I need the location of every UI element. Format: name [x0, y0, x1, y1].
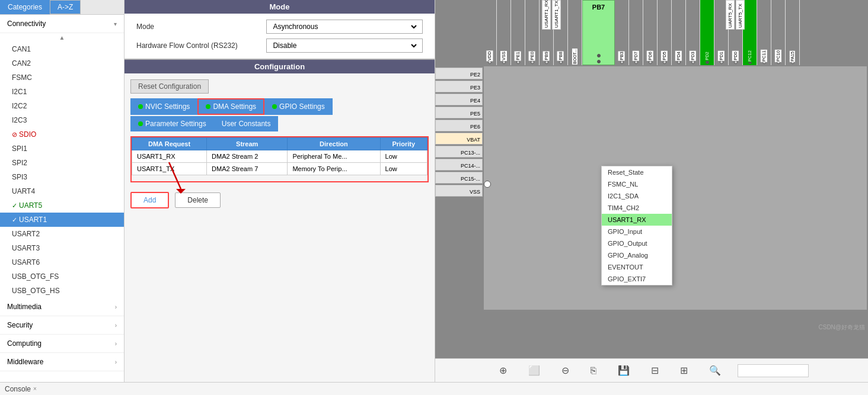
category-middleware[interactable]: Middleware › — [0, 353, 124, 371]
pin-pd7[interactable]: PD7 — [629, 0, 643, 65]
pin-pd5[interactable]: PD5 — [658, 0, 672, 65]
hardware-flow-label: Hardware Flow Control (RS232) — [136, 41, 260, 50]
sidebar-item-i2c3[interactable]: I2C3 — [0, 113, 124, 127]
menu-item-gpio-analog[interactable]: GPIO_Analog — [602, 249, 672, 261]
sidebar-item-can1[interactable]: CAN1 — [0, 42, 124, 56]
menu-item-usart1-rx[interactable]: USART1_RX — [602, 214, 672, 226]
pin-pe3-label[interactable]: PE3 — [435, 81, 483, 92]
pin-pd2[interactable]: PD2 — [700, 0, 714, 65]
param-tab-label: Parameter Settings — [145, 120, 206, 128]
uart5-vert-labels: UART5_RX UART5_TX — [726, 0, 745, 30]
menu-item-fsmc-nl[interactable]: FSMC_NL — [602, 178, 672, 190]
pin-pc10[interactable]: PC10 — [771, 0, 786, 65]
radio-button-chip[interactable] — [484, 181, 491, 188]
sidebar-item-usb-otg-hs[interactable]: USB_OTG_HS — [0, 284, 124, 298]
pin-pe2-label[interactable]: PE2 — [435, 68, 483, 79]
sidebar-item-spi3[interactable]: SPI3 — [0, 170, 124, 184]
sidebar-item-fsmc[interactable]: FSMC — [0, 70, 124, 85]
pin-pe1[interactable]: PE1 — [511, 0, 525, 65]
sidebar-item-usart1[interactable]: ✓ USART1 — [0, 213, 124, 227]
menu-item-gpio-output[interactable]: GPIO_Output — [602, 237, 672, 249]
pin-pe5-label[interactable]: PE5 — [435, 107, 483, 118]
pin-pb7[interactable]: PB7 — [582, 0, 615, 65]
hardware-flow-select[interactable]: Disable — [270, 41, 419, 50]
pin-boot[interactable]: BOOT... — [568, 0, 582, 65]
pin-pc12[interactable]: PC12 — [743, 0, 757, 65]
chip-search-input[interactable] — [738, 364, 809, 377]
sidebar-item-spi2[interactable]: SPI2 — [0, 156, 124, 170]
pin-vbat-label[interactable]: VBAT — [435, 133, 483, 144]
tab-user-constants[interactable]: User Constants — [214, 116, 279, 131]
tab-nvic-settings[interactable]: NVIC Settings — [130, 98, 197, 115]
tab-dma-settings[interactable]: DMA Settings — [197, 98, 264, 115]
sidebar-item-can2[interactable]: CAN2 — [0, 56, 124, 70]
save-button[interactable]: 💾 — [613, 362, 634, 378]
category-security-label: Security — [7, 321, 33, 329]
pin-pc13-label[interactable]: PC13-... — [435, 146, 483, 158]
pin-pe0-dot — [531, 60, 534, 64]
sidebar-item-usb-otg-fs[interactable]: USB_OTG_FS — [0, 269, 124, 284]
svg-line-0 — [169, 162, 181, 189]
uart5-ok-icon: ✓ — [12, 202, 17, 210]
pin-pe0-label: PE0 — [529, 51, 535, 60]
console-tab[interactable]: Console × — [5, 385, 37, 393]
category-security[interactable]: Security › — [0, 316, 124, 335]
category-connectivity[interactable]: Connectivity ▾ — [0, 15, 124, 33]
menu-item-tim4-ch2[interactable]: TIM4_CH2 — [602, 202, 672, 214]
col-dma-request: DMA Request — [132, 138, 207, 150]
sidebar-item-usart6[interactable]: USART6 — [0, 255, 124, 269]
context-menu: Reset_State FSMC_NL I2C1_SDA TIM4_CH2 US… — [601, 166, 672, 285]
fit-button[interactable]: ⬜ — [524, 362, 545, 378]
tab-gpio-settings[interactable]: GPIO Settings — [264, 98, 333, 115]
search-chip-button[interactable]: 🔍 — [704, 362, 726, 378]
pin-pb3[interactable]: PB3 — [615, 0, 629, 65]
pin-pc10-label: PC10 — [775, 50, 781, 62]
pin-pe4-label[interactable]: PE4 — [435, 94, 483, 105]
menu-item-i2c1-sda[interactable]: I2C1_SDA — [602, 190, 672, 202]
col-stream: Stream — [207, 138, 288, 150]
pin-pe6-label[interactable]: PE6 — [435, 120, 483, 131]
split-button[interactable]: ⊟ — [646, 362, 663, 378]
pin-pc11[interactable]: PC11 — [757, 0, 771, 65]
category-multimedia[interactable]: Multimedia › — [0, 298, 124, 316]
pin-pc15-label[interactable]: PC15-... — [435, 172, 483, 184]
sidebar-item-i2c1[interactable]: I2C1 — [0, 85, 124, 99]
pin-pe0[interactable]: PE0 — [525, 0, 540, 65]
category-computing[interactable]: Computing › — [0, 335, 124, 353]
reset-config-button[interactable]: Reset Configuration — [130, 79, 209, 94]
sidebar-item-i2c2[interactable]: I2C2 — [0, 99, 124, 113]
console-close-icon[interactable]: × — [33, 386, 37, 392]
pin-pb8-dot — [559, 60, 563, 64]
mode-select[interactable]: Asynchronous — [270, 22, 419, 31]
zoom-out-button[interactable]: ⊖ — [557, 362, 574, 378]
mode-row: Mode Asynchronous — [136, 20, 423, 34]
tab-parameter-settings[interactable]: Parameter Settings — [130, 116, 214, 131]
menu-item-reset-state[interactable]: Reset_State — [602, 166, 672, 178]
menu-item-gpio-exti7[interactable]: GPIO_EXTI7 — [602, 273, 672, 285]
tab-az[interactable]: A->Z — [50, 0, 81, 14]
sidebar-item-spi1[interactable]: SPI1 — [0, 142, 124, 156]
sidebar-item-uart4[interactable]: UART4 — [0, 184, 124, 198]
menu-item-eventout[interactable]: EVENTOUT — [602, 261, 672, 273]
sidebar-item-usart3[interactable]: USART3 — [0, 241, 124, 255]
sidebar-item-usart2[interactable]: USART2 — [0, 227, 124, 241]
pin-pd4[interactable]: PD4 — [672, 0, 686, 65]
hardware-flow-row: Hardware Flow Control (RS232) Disable — [136, 38, 423, 53]
grid-button[interactable]: ⊞ — [675, 362, 693, 378]
pin-pc14-label[interactable]: PC14-... — [435, 159, 483, 171]
pin-vdd[interactable]: VDD — [483, 0, 497, 65]
pin-vss[interactable]: VSS — [497, 0, 511, 65]
pin-pe1-label: PE1 — [515, 51, 521, 60]
menu-item-gpio-input[interactable]: GPIO_Input — [602, 226, 672, 237]
pin-pd3[interactable]: PD3 — [686, 0, 700, 65]
pin-pd1-dot — [720, 60, 723, 64]
pin-vss-left-label[interactable]: VSS — [435, 185, 483, 197]
mode-form: Mode Asynchronous Hardware Flow Control … — [125, 14, 435, 59]
zoom-in-button[interactable]: ⊕ — [494, 362, 512, 378]
pin-pd6[interactable]: PD6 — [643, 0, 658, 65]
tab-categories[interactable]: Categories — [0, 0, 50, 14]
sidebar-item-uart5[interactable]: ✓ UART5 — [0, 198, 124, 213]
pin-pa15[interactable]: PA15 — [786, 0, 800, 65]
sidebar-item-sdio[interactable]: ⊘ SDIO — [0, 127, 124, 142]
layout-button[interactable]: ⎘ — [586, 363, 601, 378]
